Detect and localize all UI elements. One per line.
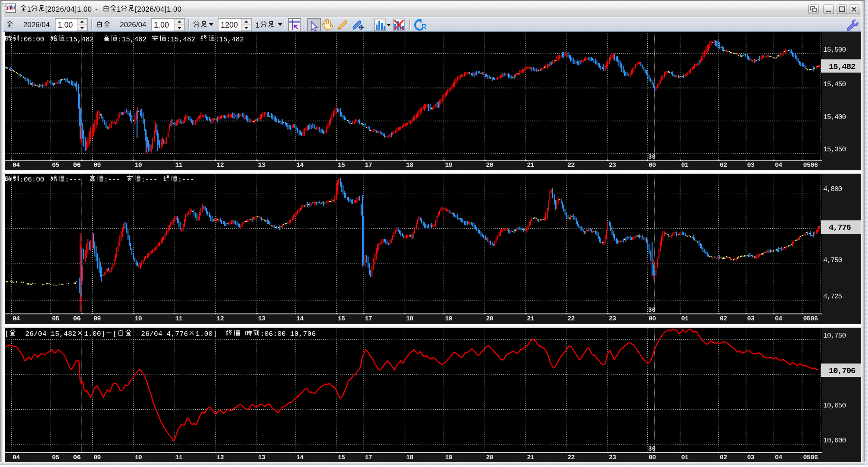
svg-text:01: 01	[681, 315, 689, 323]
svg-text:04: 04	[775, 162, 782, 169]
svg-text:02: 02	[720, 454, 727, 461]
svg-text:21: 21	[527, 315, 534, 323]
svg-text:1: 1	[256, 21, 259, 29]
svg-text::---: :---	[104, 176, 120, 184]
svg-text:15,450: 15,450	[823, 80, 846, 88]
svg-text:13: 13	[258, 315, 265, 323]
svg-text:22: 22	[568, 162, 575, 169]
svg-text:03: 03	[747, 454, 755, 461]
svg-text:20: 20	[486, 454, 493, 461]
svg-text:14: 14	[297, 454, 304, 461]
svg-text:19: 19	[445, 162, 453, 169]
svg-text:-: -	[95, 5, 98, 13]
svg-text:18: 18	[406, 162, 413, 169]
svg-text:30: 30	[648, 445, 656, 452]
svg-text::15,482: :15,482	[166, 36, 195, 44]
svg-text:15: 15	[338, 454, 345, 461]
svg-text:22: 22	[568, 454, 575, 461]
svg-text:19: 19	[445, 454, 453, 461]
svg-text:1: 1	[27, 5, 31, 13]
svg-text:2026/04: 2026/04	[120, 21, 146, 29]
svg-text:15,482: 15,482	[829, 62, 856, 72]
svg-text:[: [	[5, 330, 9, 338]
svg-text:06: 06	[73, 161, 81, 169]
svg-text:18: 18	[406, 454, 413, 461]
svg-text:05: 05	[52, 454, 59, 461]
svg-text::06:00: :06:00	[19, 36, 44, 44]
svg-text:4,776: 4,776	[167, 330, 188, 338]
svg-text::---: :---	[141, 176, 157, 184]
svg-text:10,750: 10,750	[823, 332, 846, 340]
svg-text:15: 15	[338, 162, 345, 169]
svg-text:01: 01	[681, 162, 689, 169]
svg-text:22: 22	[568, 315, 575, 323]
svg-text:05: 05	[52, 162, 59, 169]
svg-text:06: 06	[73, 315, 81, 323]
svg-text:30: 30	[648, 307, 656, 313]
svg-text:11: 11	[175, 454, 183, 461]
svg-text::06:00: :06:00	[19, 176, 44, 184]
svg-text:1.00: 1.00	[154, 21, 169, 29]
svg-text:14: 14	[297, 315, 304, 323]
svg-text:12: 12	[217, 162, 224, 169]
svg-text:02: 02	[720, 162, 727, 169]
svg-text:01: 01	[681, 454, 689, 461]
svg-text:23: 23	[609, 162, 616, 169]
svg-text:04: 04	[12, 315, 20, 323]
svg-text:[2026/04]1.00: [2026/04]1.00	[45, 5, 92, 13]
svg-text:20: 20	[486, 162, 493, 169]
svg-text:10,600: 10,600	[823, 436, 846, 445]
svg-text:0506: 0506	[803, 315, 818, 323]
svg-text:19: 19	[445, 315, 453, 323]
svg-text:10: 10	[135, 162, 142, 169]
svg-text:13: 13	[258, 162, 265, 169]
svg-text:23: 23	[609, 454, 616, 461]
svg-text::15,482: :15,482	[118, 36, 147, 44]
svg-text:23: 23	[609, 315, 616, 323]
svg-text:10: 10	[135, 454, 142, 461]
svg-text:0506: 0506	[803, 454, 818, 461]
svg-text:00: 00	[649, 162, 656, 169]
svg-text:[: [	[113, 330, 117, 338]
svg-text:09: 09	[94, 315, 101, 323]
svg-text:03: 03	[747, 315, 755, 323]
svg-text:4,750: 4,750	[823, 256, 843, 264]
svg-text:14: 14	[297, 162, 304, 169]
svg-text:15,400: 15,400	[823, 113, 846, 121]
svg-text:21: 21	[527, 162, 534, 169]
svg-text:15,500: 15,500	[823, 46, 846, 54]
svg-text:04: 04	[12, 454, 20, 461]
svg-text:10,706: 10,706	[829, 366, 856, 376]
svg-text:09: 09	[94, 162, 101, 169]
svg-text:13: 13	[258, 454, 265, 461]
svg-text:21: 21	[527, 454, 534, 461]
svg-text:05: 05	[52, 315, 59, 323]
svg-text::06:00: :06:00	[260, 330, 286, 338]
svg-text:1.00: 1.00	[58, 21, 73, 29]
svg-text:17: 17	[365, 454, 372, 461]
svg-text:1: 1	[117, 5, 121, 13]
svg-text:15,350: 15,350	[823, 145, 846, 154]
svg-text::---: :---	[178, 176, 194, 184]
svg-text:4,725: 4,725	[823, 292, 843, 301]
svg-text:15,482: 15,482	[51, 330, 76, 338]
svg-text:04: 04	[12, 162, 20, 169]
svg-text:15: 15	[338, 315, 345, 323]
svg-text:R: R	[422, 23, 427, 31]
svg-text:10,706: 10,706	[290, 330, 315, 338]
svg-text:1.00]: 1.00]	[84, 330, 106, 338]
svg-text:4,776: 4,776	[829, 223, 851, 232]
svg-text::15,482: :15,482	[215, 36, 244, 44]
svg-text::---: :---	[65, 176, 81, 184]
svg-text:03: 03	[747, 162, 755, 169]
svg-text:30: 30	[648, 154, 656, 160]
svg-text:20: 20	[486, 315, 493, 323]
svg-text:1.00]: 1.00]	[196, 330, 217, 338]
svg-text:10: 10	[135, 315, 142, 323]
svg-text:26/04: 26/04	[25, 330, 47, 338]
svg-text::15,482: :15,482	[65, 36, 94, 44]
svg-text:2026/04: 2026/04	[23, 21, 50, 29]
svg-text:09: 09	[94, 454, 101, 461]
svg-text:18: 18	[406, 315, 413, 323]
svg-text:11: 11	[175, 162, 183, 169]
